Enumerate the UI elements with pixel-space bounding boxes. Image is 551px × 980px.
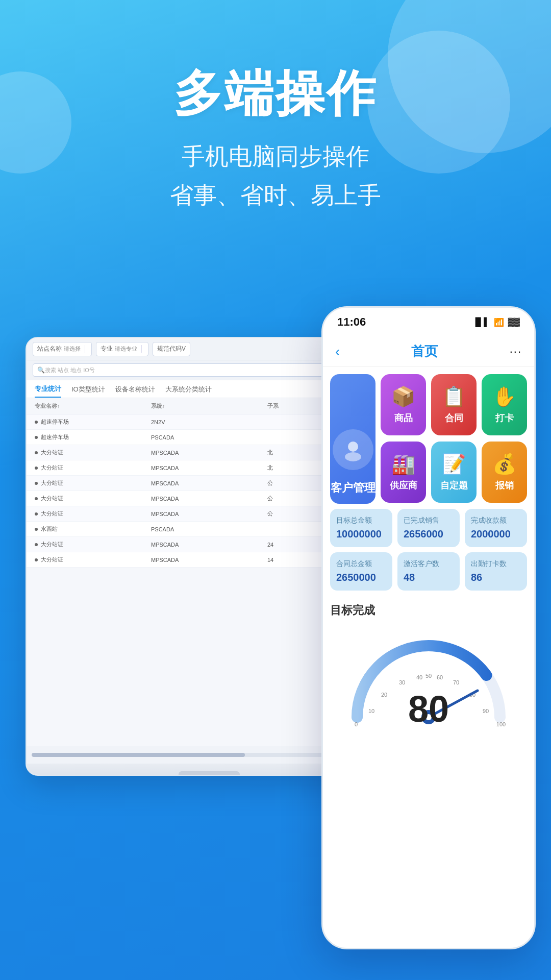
app-tile-supplier-label: 供应商 [390, 479, 417, 492]
battery-icon: ▓▓ [508, 317, 520, 327]
stat-label-customers: 激活客户数 [404, 559, 454, 569]
toolbar-code-label: 规范代码V [157, 345, 186, 353]
table-cell: 大分站证 [35, 495, 151, 502]
svg-text:50: 50 [425, 673, 432, 679]
stat-value-checkin: 86 [471, 572, 521, 583]
stat-label-payment: 完成收款额 [471, 516, 521, 525]
device-area: 站点名称 请选择 专业 请选专业 规范代码V 🔍 搜索 站点 地点 IO号 搜索 [0, 306, 551, 980]
back-button[interactable]: ‹ [335, 344, 340, 360]
app-tile-products[interactable]: 📦 商品 [381, 374, 426, 435]
table-cell: 2N2V [151, 419, 267, 425]
table-cell: 大分站证 [35, 510, 151, 518]
goal-section: 目标完成 [323, 596, 534, 743]
supplier-icon: 🏭 [391, 453, 415, 475]
tab-io-stats[interactable]: IO类型统计 [71, 385, 105, 397]
app-tile-custom-label: 自定题 [440, 479, 468, 492]
table-cell: 大分站证 [35, 449, 151, 456]
app-tile-contract-label: 合同 [445, 412, 463, 424]
laptop-trackpad [179, 771, 240, 776]
stat-tile-payment: 完成收款额 2000000 [465, 509, 527, 547]
stat-value-customers: 48 [404, 572, 454, 583]
goal-title: 目标完成 [330, 603, 527, 618]
table-cell: MPSCADA [151, 450, 267, 456]
stat-tile-sales: 已完成销售 2656000 [397, 509, 460, 547]
app-tile-attendance-label: 打卡 [495, 412, 514, 424]
svg-text:100: 100 [496, 721, 506, 727]
stat-value-target: 10000000 [336, 528, 386, 540]
svg-text:10: 10 [368, 708, 374, 714]
app-tile-custom[interactable]: 📝 自定题 [431, 442, 477, 503]
table-cell: MPSCADA [151, 511, 267, 517]
more-button[interactable]: ··· [510, 345, 522, 358]
stat-tile-contract: 合同总金额 2650000 [330, 552, 392, 591]
stat-label-checkin: 出勤打卡数 [471, 559, 521, 569]
table-cell: MPSCADA [151, 496, 267, 502]
tab-device-stats[interactable]: 设备名称统计 [115, 385, 155, 397]
laptop-search-input[interactable]: 🔍 搜索 站点 地点 IO号 [33, 363, 324, 377]
svg-text:60: 60 [437, 674, 443, 680]
stat-label-sales: 已完成销售 [404, 516, 454, 525]
svg-text:30: 30 [399, 679, 405, 685]
toolbar-station-label: 站点名称 [37, 345, 62, 353]
speedometer-container: 0 10 20 30 40 50 60 [330, 625, 527, 743]
toolbar-major-select[interactable]: 请选专业 [115, 345, 142, 353]
table-cell: 大分站证 [35, 541, 151, 548]
table-cell: 超速停车场 [35, 418, 151, 426]
toolbar-group-code[interactable]: 规范代码V [153, 342, 190, 356]
hero-subtitle2: 省事、省时、易上手 [0, 180, 551, 211]
phone-mockup: 11:06 ▐▌▌ 📶 ▓▓ ‹ 首页 ··· [321, 306, 536, 949]
custom-icon: 📝 [442, 453, 466, 475]
products-icon: 📦 [391, 385, 415, 408]
search-placeholder: 搜索 站点 地点 IO号 [45, 366, 95, 374]
app-tile-customer[interactable]: 客户管理 [330, 374, 375, 504]
customer-avatar [333, 429, 373, 470]
stats-grid: 目标总金额 10000000 已完成销售 2656000 完成收款额 20000… [323, 509, 534, 596]
hero-title: 多端操作 [0, 66, 551, 120]
app-grid: 客户管理 📦 商品 📋 合同 ✋ 打卡 🏭 供应商 [323, 367, 534, 509]
stat-tile-target: 目标总金额 10000000 [330, 509, 392, 547]
stat-value-sales: 2656000 [404, 528, 454, 540]
wifi-icon: 📶 [494, 317, 504, 327]
app-tile-expense[interactable]: 💰 报销 [482, 442, 527, 503]
expense-icon: 💰 [492, 453, 516, 475]
phone-nav-title: 首页 [340, 342, 509, 360]
stat-label-contract: 合同总金额 [336, 559, 386, 569]
svg-text:0: 0 [355, 721, 358, 727]
phone-time: 11:06 [337, 315, 366, 329]
table-cell: 大分站证 [35, 556, 151, 564]
table-cell: MPSCADA [151, 480, 267, 486]
svg-text:90: 90 [483, 708, 489, 714]
search-icon: 🔍 [37, 366, 45, 374]
speed-value: 80 [408, 691, 449, 727]
table-cell: 超速停车场 [35, 433, 151, 441]
toolbar-group-station[interactable]: 站点名称 请选择 [33, 342, 92, 356]
stat-label-target: 目标总金额 [336, 516, 386, 525]
app-tile-supplier[interactable]: 🏭 供应商 [381, 442, 426, 503]
table-cell: MPSCADA [151, 542, 267, 548]
tab-major-stats[interactable]: 专业统计 [35, 384, 61, 398]
table-header-sys: 系统↑ [151, 402, 267, 410]
table-cell: 水西站 [35, 525, 151, 533]
stat-tile-checkin: 出勤打卡数 86 [465, 552, 527, 591]
svg-text:40: 40 [416, 674, 422, 680]
app-tile-attendance[interactable]: ✋ 打卡 [482, 374, 527, 435]
tab-system-stats[interactable]: 大系统分类统计 [165, 385, 212, 397]
svg-text:20: 20 [381, 692, 387, 698]
toolbar-station-select[interactable]: 请选择 [64, 345, 85, 353]
app-tile-products-label: 商品 [394, 412, 413, 424]
toolbar-major-label: 专业 [101, 345, 113, 353]
table-cell: MPSCADA [151, 465, 267, 471]
table-cell: PSCADA [151, 526, 267, 532]
stat-tile-customers: 激活客户数 48 [397, 552, 460, 591]
app-tile-contract[interactable]: 📋 合同 [431, 374, 477, 435]
app-tile-customer-label: 客户管理 [331, 480, 375, 496]
phone-status-icons: ▐▌▌ 📶 ▓▓ [472, 317, 520, 327]
table-cell: 大分站证 [35, 479, 151, 487]
table-header-name: 专业名称↑ [35, 402, 151, 410]
stat-value-payment: 2000000 [471, 528, 521, 540]
phone-navbar: ‹ 首页 ··· [323, 336, 534, 367]
hero-section: 多端操作 手机电脑同步操作 省事、省时、易上手 [0, 0, 551, 211]
table-cell: PSCADA [151, 434, 267, 440]
stat-value-contract: 2650000 [336, 572, 386, 583]
toolbar-group-major[interactable]: 专业 请选专业 [96, 342, 148, 356]
